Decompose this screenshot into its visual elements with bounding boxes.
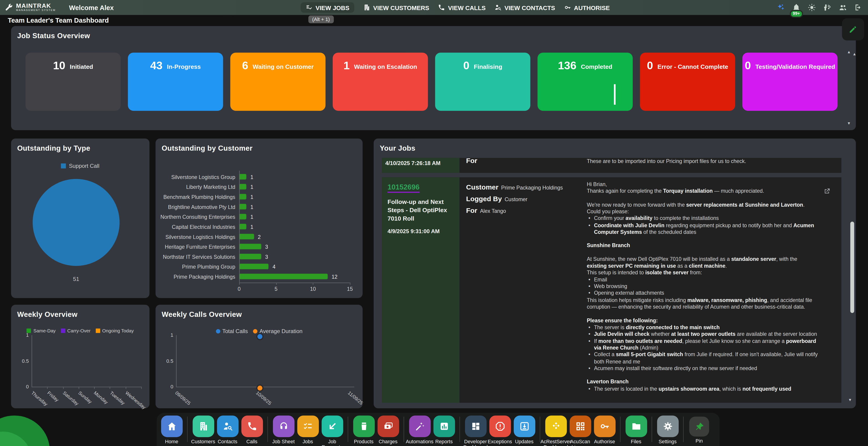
status-card-finalising[interactable]: 0Finalising	[435, 53, 530, 111]
dock-item-charges[interactable]: Charges	[376, 413, 400, 444]
logged-by-value: Customer	[504, 196, 527, 202]
status-card-initiated[interactable]: 10Initiated	[25, 53, 121, 111]
dock-tile	[297, 416, 319, 437]
nav-item-view-contacts[interactable]: VIEW CONTACTS	[495, 4, 555, 11]
notification-badge: 99+	[789, 10, 803, 18]
weekly-overview-legend[interactable]: Same-DayCarry-OverOngoing Today	[11, 328, 149, 333]
bar-row[interactable]: Liberty Marketing Ltd1	[160, 182, 337, 192]
x-tick	[125, 387, 126, 389]
dock-item-pin[interactable]: Pin	[687, 413, 712, 444]
dock-tile	[321, 416, 343, 437]
brand-logo[interactable]: MAINTRAK MANAGEMENT SYSTEM	[4, 3, 56, 12]
dock-tile	[489, 416, 511, 437]
message-gap	[587, 249, 818, 256]
dock-item-jobs[interactable]: Jobs	[296, 413, 320, 444]
bar-row[interactable]: Capital Electrical Industries1	[160, 221, 337, 232]
dock-item-customers[interactable]: Customers	[191, 413, 215, 444]
dock-item-job-sheet[interactable]: Job Sheet	[271, 413, 296, 444]
scroll-up-icon[interactable]: ▲	[847, 50, 851, 54]
dock-item-acuscan-licence[interactable]: AcuScan Licence	[568, 413, 592, 446]
weekly-overview-title: Weekly Overview	[17, 310, 78, 319]
dock-item-updates[interactable]: Updates	[512, 413, 536, 444]
key-icon	[564, 4, 571, 11]
nav-item-view-jobs[interactable]: VIEW JOBS	[301, 2, 354, 13]
key-icon	[599, 421, 610, 432]
legend-item-ongoing-today[interactable]: Ongoing Today	[95, 328, 134, 333]
job-meta: CustomerPrime Packaging Holdings Logged …	[460, 177, 587, 403]
notifications-bell-icon[interactable]: 99+	[792, 3, 800, 12]
bar-row[interactable]: Benchmark Plumbing Holdings1	[160, 192, 337, 202]
nav-item-view-customers[interactable]: VIEW CUSTOMERS	[363, 4, 429, 11]
job-row[interactable]: 10152696 Follow-up and Next Steps - Dell…	[382, 177, 841, 403]
bar-row[interactable]: Northern Consulting Enterprises1	[160, 212, 337, 222]
legend-item-total-calls[interactable]: Total Calls	[216, 328, 248, 334]
status-count: 1	[344, 60, 350, 111]
dock-item-authorise[interactable]: Authorise	[592, 413, 617, 444]
status-card-error-cannot-complete[interactable]: 0Error - Cannot Complete	[640, 53, 735, 111]
bar-row[interactable]: Silverstone Logistics Holdings2	[160, 232, 337, 242]
status-card-waiting-on-escalation[interactable]: 1Waiting on Escalation	[333, 53, 428, 111]
scrollbar-thumb[interactable]	[850, 221, 854, 313]
ai-sparkles-icon[interactable]	[777, 3, 785, 12]
dock-item-home[interactable]: Home	[159, 413, 184, 444]
legend-item-same-day[interactable]: Same-Day	[27, 328, 56, 333]
pushpin-icon	[694, 421, 705, 432]
dock-item-settings[interactable]: Settings	[655, 413, 680, 444]
bar-row[interactable]: Prime Plumbing Group4	[160, 262, 337, 272]
pie-legend[interactable]: Support Call	[11, 163, 149, 169]
dock-item-automations[interactable]: Automations	[407, 413, 432, 444]
dock-tile	[273, 416, 294, 437]
status-card-completed[interactable]: 136Completed	[537, 53, 633, 111]
dock-item-reports[interactable]: Reports	[432, 413, 456, 444]
open-job-external-icon[interactable]	[823, 187, 831, 195]
bar	[239, 204, 246, 209]
status-card-in-progress[interactable]: 43In-Progress	[128, 53, 223, 111]
scroll-down-icon[interactable]: ▼	[847, 121, 851, 125]
bar-row[interactable]: Prime Packaging Holdings12	[160, 272, 337, 281]
status-count: 0	[647, 60, 653, 111]
nav-item-authorise[interactable]: AUTHORISE	[564, 4, 610, 11]
status-card-waiting-on-customer[interactable]: 6Waiting on Customer	[230, 53, 326, 111]
dispatch-icon[interactable]	[823, 3, 832, 12]
legend-item-carry-over[interactable]: Carry-Over	[61, 328, 90, 333]
wrench-logo-icon	[4, 3, 13, 12]
bar-row[interactable]: Northstar IT Services Solutions3	[160, 251, 337, 262]
status-card-testing-validation-required[interactable]: 0Testing/Validation Required	[742, 53, 838, 111]
bar-row[interactable]: Silverstone Logistics Group1	[160, 172, 337, 182]
bar-row[interactable]: Brightline Automotive Pty Ltd1	[160, 202, 337, 212]
data-point-average-duration[interactable]	[256, 384, 264, 392]
download-icon	[519, 421, 529, 432]
dock-item-acrestserver-dashboard[interactable]: AcRestServer Dashboard	[544, 413, 568, 446]
message-line: Sunshine Branch	[587, 242, 818, 249]
x-tick	[110, 387, 110, 389]
text-cursor-decoration	[614, 84, 616, 105]
edit-dashboard-button[interactable]	[842, 18, 864, 40]
dock-item-developer-dashboard[interactable]: Developer Dashboard	[463, 413, 488, 446]
bar-row[interactable]: Heritage Furniture Enterprises3	[160, 242, 337, 252]
for-value: Alex Tango	[480, 208, 506, 214]
scroll-down-icon[interactable]: ▼	[848, 398, 852, 402]
scroll-up-icon[interactable]: ▲	[852, 52, 856, 56]
dock-item-job-requests[interactable]: Job Requests	[320, 413, 344, 446]
dock-item-label: AcRestServer Dashboard	[540, 439, 571, 446]
dock-item-products[interactable]: Products	[351, 413, 376, 444]
team-icon[interactable]	[839, 3, 847, 12]
message-line: Thanks again for completing the Torquay …	[587, 188, 818, 195]
status-label: Error - Cannot Complete	[657, 63, 728, 111]
nav-item-view-calls[interactable]: VIEW CALLS	[438, 4, 486, 11]
logout-icon[interactable]	[854, 3, 862, 12]
job-row-previous[interactable]: 4/10/2025 7:26:18 AM For These are to be…	[382, 158, 841, 173]
dock-item-exceptions[interactable]: Exceptions	[488, 413, 512, 444]
weekly-calls-panel: Weekly Calls Overview Total CallsAverage…	[156, 305, 363, 408]
dock-item-calls[interactable]: Calls	[240, 413, 264, 444]
pie-chart[interactable]	[33, 179, 120, 266]
bar-category-label: Prime Plumbing Group	[160, 263, 239, 269]
bar-value-label: 1	[250, 174, 253, 180]
dock-item-files[interactable]: Files	[624, 413, 648, 444]
theme-sun-icon[interactable]	[808, 3, 816, 12]
dock-item-contacts[interactable]: Contacts	[215, 413, 240, 444]
dock-item-label: Jobs	[303, 439, 313, 444]
x-tick-label: 09/09/25	[174, 390, 192, 406]
job-id-link[interactable]: 10152696	[388, 183, 420, 193]
bar-category-label: Northstar IT Services Solutions	[160, 254, 239, 260]
